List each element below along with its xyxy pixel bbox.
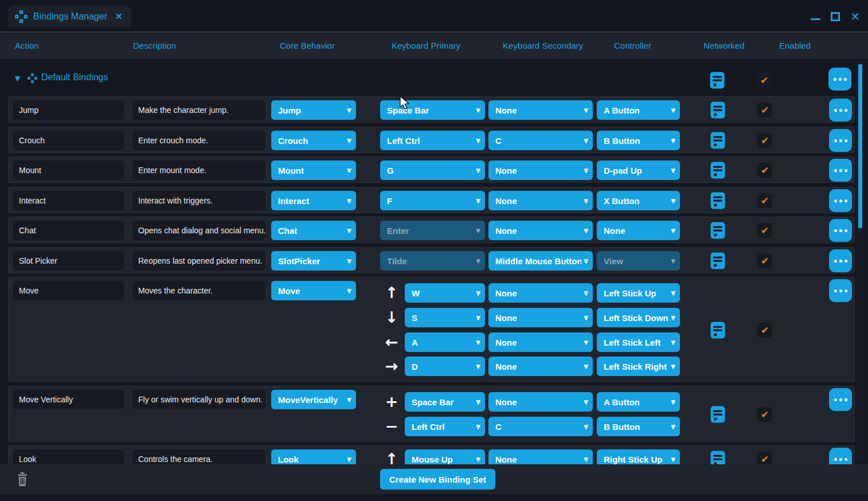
- action-field[interactable]: Slot Picker: [13, 251, 124, 271]
- action-field[interactable]: Move Vertically: [13, 390, 124, 409]
- keyboard-secondary-dropdown[interactable]: None▼: [488, 221, 593, 240]
- enabled-checkbox[interactable]: ✔: [757, 407, 772, 422]
- core-behavior-dropdown[interactable]: Interact▼: [271, 191, 356, 210]
- more-options-button[interactable]: [829, 129, 852, 152]
- more-options-button[interactable]: [829, 219, 852, 242]
- core-behavior-dropdown[interactable]: Chat▼: [271, 221, 356, 240]
- description-field[interactable]: Moves the character.: [132, 281, 265, 300]
- keyboard-secondary-dropdown[interactable]: None▼: [488, 332, 593, 352]
- description-field[interactable]: Reopens last opened picker menu.: [132, 251, 265, 271]
- enabled-checkbox[interactable]: ✔: [757, 323, 772, 338]
- more-options-button[interactable]: [829, 249, 852, 272]
- keyboard-secondary-dropdown[interactable]: None▼: [488, 283, 593, 303]
- action-field[interactable]: Mount: [13, 161, 124, 180]
- networked-icon[interactable]: [710, 101, 725, 119]
- networked-icon[interactable]: [710, 406, 725, 423]
- keyboard-primary-dropdown[interactable]: Space Bar▼: [380, 100, 485, 120]
- core-behavior-dropdown[interactable]: Move▼: [271, 281, 356, 300]
- controller-dropdown[interactable]: X Button▼: [597, 191, 680, 210]
- enabled-checkbox[interactable]: ✔: [757, 253, 772, 268]
- enabled-checkbox[interactable]: ✔: [757, 103, 772, 118]
- minimize-button[interactable]: [811, 18, 820, 20]
- networked-icon[interactable]: [710, 322, 725, 339]
- keyboard-primary-dropdown[interactable]: Space Bar▼: [405, 392, 485, 412]
- core-behavior-dropdown[interactable]: MoveVertically▼: [271, 390, 356, 409]
- enabled-checkbox[interactable]: ✔: [757, 452, 772, 464]
- keyboard-secondary-dropdown[interactable]: Middle Mouse Button▼: [488, 251, 593, 271]
- action-field[interactable]: Move: [13, 281, 124, 300]
- controller-dropdown[interactable]: Left Stick Right▼: [597, 357, 680, 376]
- description-field[interactable]: Make the character jump.: [132, 100, 265, 120]
- enabled-checkbox[interactable]: ✔: [757, 73, 772, 88]
- networked-icon[interactable]: [710, 192, 725, 209]
- action-field[interactable]: Chat: [13, 221, 124, 240]
- keyboard-primary-dropdown[interactable]: W▼: [405, 283, 485, 303]
- vertical-scrollbar[interactable]: [857, 60, 863, 462]
- keyboard-primary-dropdown[interactable]: Left Ctrl▼: [405, 417, 485, 436]
- scrollbar-thumb[interactable]: [858, 64, 862, 228]
- networked-icon[interactable]: [710, 132, 725, 149]
- networked-icon[interactable]: [710, 162, 725, 179]
- default-bindings-group-row[interactable]: ▼ Default Bindings ✔: [0, 64, 855, 94]
- enabled-checkbox[interactable]: ✔: [757, 133, 772, 148]
- controller-dropdown[interactable]: Left Stick Up▼: [597, 283, 680, 303]
- description-field[interactable]: Enter mount mode.: [132, 161, 265, 180]
- keyboard-secondary-dropdown[interactable]: None▼: [488, 449, 593, 464]
- action-field[interactable]: Crouch: [13, 131, 124, 150]
- keyboard-primary-dropdown[interactable]: S▼: [405, 308, 485, 327]
- keyboard-secondary-dropdown[interactable]: None▼: [488, 392, 593, 412]
- controller-dropdown[interactable]: Left Stick Down▼: [597, 308, 680, 327]
- networked-icon[interactable]: [710, 222, 725, 239]
- description-field[interactable]: Enter crouch mode.: [132, 131, 265, 150]
- collapse-expander-icon[interactable]: ▼: [15, 75, 20, 83]
- tab-close-icon[interactable]: ✕: [115, 11, 123, 22]
- keyboard-primary-dropdown[interactable]: F▼: [380, 191, 485, 210]
- keyboard-secondary-dropdown[interactable]: None▼: [488, 100, 593, 120]
- core-behavior-dropdown[interactable]: SlotPicker▼: [271, 251, 356, 271]
- keyboard-secondary-dropdown[interactable]: None▼: [488, 191, 593, 210]
- controller-dropdown[interactable]: Right Stick Up▼: [597, 449, 680, 464]
- keyboard-secondary-dropdown[interactable]: None▼: [488, 357, 593, 376]
- controller-dropdown[interactable]: A Button▼: [597, 392, 680, 412]
- tab-bindings-manager[interactable]: Bindings Manager ✕: [8, 6, 131, 28]
- core-behavior-dropdown[interactable]: Look▼: [271, 449, 356, 464]
- enabled-checkbox[interactable]: ✔: [757, 193, 772, 208]
- more-options-button[interactable]: [829, 159, 852, 182]
- more-options-button[interactable]: [829, 99, 852, 122]
- controller-dropdown[interactable]: D-pad Up▼: [597, 161, 680, 180]
- maximize-button[interactable]: [831, 12, 840, 21]
- action-field[interactable]: Interact: [13, 191, 124, 210]
- description-field[interactable]: Controls the camera.: [132, 449, 265, 464]
- keyboard-secondary-dropdown[interactable]: None▼: [488, 308, 593, 327]
- create-new-binding-set-button[interactable]: Create New Binding Set: [380, 469, 495, 490]
- enabled-checkbox[interactable]: ✔: [757, 223, 772, 238]
- networked-icon[interactable]: [710, 252, 725, 269]
- networked-icon[interactable]: [710, 72, 725, 89]
- keyboard-primary-dropdown[interactable]: A▼: [405, 332, 485, 352]
- keyboard-primary-dropdown[interactable]: D▼: [405, 357, 485, 376]
- core-behavior-dropdown[interactable]: Jump▼: [271, 100, 356, 120]
- action-field[interactable]: Look: [13, 449, 124, 464]
- controller-dropdown[interactable]: None▼: [597, 221, 680, 240]
- keyboard-secondary-dropdown[interactable]: C▼: [488, 417, 593, 436]
- more-options-button[interactable]: [828, 68, 851, 91]
- networked-icon[interactable]: [710, 451, 725, 464]
- description-field[interactable]: Interact with triggers.: [132, 191, 265, 210]
- more-options-button[interactable]: [829, 279, 852, 302]
- controller-dropdown[interactable]: A Button▼: [597, 100, 680, 120]
- action-field[interactable]: Jump: [13, 100, 124, 120]
- core-behavior-dropdown[interactable]: Crouch▼: [271, 131, 356, 150]
- description-field[interactable]: Fly or swim vertically up and down.: [132, 390, 265, 409]
- more-options-button[interactable]: [829, 189, 852, 212]
- enabled-checkbox[interactable]: ✔: [757, 163, 772, 178]
- description-field[interactable]: Opens chat dialog and social menu.: [132, 221, 265, 240]
- trash-icon[interactable]: [17, 472, 28, 486]
- keyboard-primary-dropdown[interactable]: Left Ctrl▼: [380, 131, 485, 150]
- keyboard-secondary-dropdown[interactable]: C▼: [488, 131, 593, 150]
- more-options-button[interactable]: [829, 448, 852, 464]
- more-options-button[interactable]: [829, 388, 852, 411]
- core-behavior-dropdown[interactable]: Mount▼: [271, 161, 356, 180]
- controller-dropdown[interactable]: Left Stick Left▼: [597, 332, 680, 352]
- keyboard-secondary-dropdown[interactable]: None▼: [488, 161, 593, 180]
- keyboard-primary-dropdown[interactable]: Mouse Up▼: [405, 449, 485, 464]
